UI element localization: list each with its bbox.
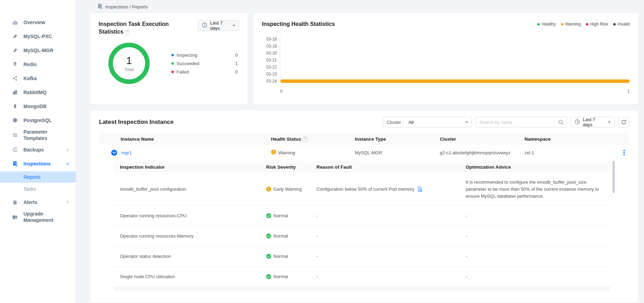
sidebar-item-overview[interactable]: Overview	[0, 15, 76, 29]
advice-cell: -	[466, 233, 610, 240]
next-section-strip	[114, 287, 610, 290]
top-cards-row: Inspection Task Execution Statistics? La…	[90, 13, 638, 104]
sidebar-item-label: Backups	[23, 147, 44, 153]
sidebar-item-parameter-templates[interactable]: Parameter Templates	[0, 127, 76, 143]
reason-text: -	[316, 254, 318, 259]
indicator-cell: innodb_buffer_pool configuration	[114, 186, 266, 192]
scrollbar-thumb[interactable]	[613, 161, 615, 193]
sidebar-item-label: RabbitMQ	[23, 89, 46, 96]
legend-item-invalid[interactable]: Invalid	[613, 22, 630, 27]
legend-dot-icon	[586, 23, 588, 26]
sidebar-item-upgrade-management[interactable]: Upgrade Management	[0, 209, 76, 225]
cluster-value: g2-c1-abcdefghijklmnopqrstuvwxyz	[440, 150, 524, 155]
backup-arrow-icon	[12, 147, 18, 153]
sidebar-item-reports[interactable]: Reports	[0, 171, 76, 183]
sidebar-item-rabbitmq[interactable]: RabbitMQ	[0, 85, 76, 99]
breadcrumb[interactable]: Inspections / Reports	[90, 0, 638, 13]
help-icon[interactable]: ?	[125, 30, 130, 35]
col-reason-of-fault: Reason of Fault	[316, 164, 466, 170]
node-graph-icon	[12, 76, 18, 82]
col-optimization-advice: Optimization Advice	[466, 164, 610, 170]
instance-row[interactable]: mgr1 Warning MySQL-MGR g2-c1-abcdefghijk…	[99, 145, 629, 160]
y-axis-label: 03-22	[262, 64, 280, 71]
row-actions-menu[interactable]	[619, 150, 629, 155]
col-instance-type: Instance Type	[355, 136, 440, 142]
sidebar-item-label: Overview	[23, 19, 45, 26]
col-risk-severity: Risk Severity	[266, 164, 316, 170]
dolphin-icon	[12, 48, 18, 54]
sidebar-item-backups[interactable]: Backups	[0, 143, 76, 157]
severity-cell: Normal	[266, 254, 316, 259]
sidebar-item-kafka[interactable]: Kafka	[0, 71, 76, 85]
sidebar-item-mongodb[interactable]: MongoDB	[0, 99, 76, 113]
severity-text: Normal	[273, 233, 288, 239]
instance-name-link[interactable]: mgr1	[121, 150, 132, 155]
refresh-button[interactable]	[618, 117, 629, 127]
detail-row-innodb-buffer-pool-configuration: innodb_buffer_pool configurationEarly Wa…	[114, 173, 610, 206]
warning-circle-icon	[266, 186, 271, 192]
search-box	[475, 117, 567, 127]
dolphin-icon	[12, 34, 18, 40]
legend-item-high-risk[interactable]: High Risk	[586, 22, 608, 27]
sidebar-item-alerts[interactable]: Alerts	[0, 195, 76, 209]
legend-item-succeeded[interactable]: Succeeded1	[171, 61, 238, 66]
sidebar-item-label: Kafka	[23, 75, 37, 82]
breadcrumb-text: Inspections / Reports	[105, 4, 148, 9]
caret-down-icon	[232, 25, 235, 27]
legend-label: Succeeded	[177, 61, 199, 66]
help-icon[interactable]: ?	[302, 136, 308, 142]
task-legend: Inspecting0Succeeded1Failed0	[171, 52, 238, 75]
time-range-value: Last 7 days	[583, 117, 605, 127]
time-range-select[interactable]: Last 7 days	[571, 117, 615, 127]
legend-dot-icon	[171, 71, 174, 73]
legend-item-warning[interactable]: Warning	[561, 22, 581, 27]
warning-circle-icon	[271, 149, 276, 156]
instance-type-value: MySQL-MGR	[355, 150, 440, 155]
cluster-select-label: Cluster :	[387, 120, 403, 125]
legend-item-failed[interactable]: Failed0	[171, 69, 238, 75]
sidebar-item-postgresql[interactable]: PostgreSQL	[0, 113, 76, 127]
legend-item-inspecting[interactable]: Inspecting0	[171, 52, 238, 58]
layers-icon	[12, 62, 18, 68]
sidebar-item-tasks[interactable]: Tasks	[0, 183, 76, 195]
y-axis-label: 03-21	[262, 57, 280, 64]
page: OverviewMySQL-PXCMySQL-MGRRedisKafkaRabb…	[0, 0, 644, 303]
sidebar-item-inspections[interactable]: Inspections	[0, 157, 76, 171]
sidebar: OverviewMySQL-PXCMySQL-MGRRedisKafkaRabb…	[0, 0, 76, 303]
indicator-cell: Operator running resources-CPU	[114, 213, 266, 218]
chevron-down-icon	[65, 162, 70, 166]
cluster-select[interactable]: Cluster :All	[383, 117, 472, 127]
sidebar-item-mysql-pxc[interactable]: MySQL-PXC	[0, 29, 76, 43]
search-icon[interactable]	[555, 119, 567, 125]
col-health-status: Health Status?	[271, 136, 355, 142]
detail-scrollbar[interactable]	[613, 138, 615, 267]
folder-gear-icon	[12, 214, 18, 220]
main-content: Inspections / Reports Inspection Task Ex…	[76, 0, 644, 303]
latest-inspection-card: Latest Inspection Instance Cluster :All …	[90, 111, 638, 302]
search-input[interactable]	[476, 120, 554, 125]
inspection-detail-panel: Inspection Indicator Risk Severity Reaso…	[114, 161, 610, 290]
reason-text: -	[316, 233, 318, 239]
time-range-select[interactable]: Last 7 days	[198, 20, 239, 31]
view-report-doc-icon[interactable]	[417, 186, 423, 192]
collapse-row-icon[interactable]	[111, 150, 117, 156]
instance-table-header: Instance Name Health Status? Instance Ty…	[99, 133, 629, 145]
check-circle-icon	[266, 274, 271, 279]
clock-icon	[574, 119, 580, 126]
severity-cell: Early Warning	[266, 186, 316, 192]
chart-lane-03-20	[280, 50, 630, 57]
check-circle-icon	[266, 254, 271, 259]
indicator-cell: Single node CPU utilization	[114, 274, 266, 279]
rabbitmq-icon	[12, 90, 18, 96]
legend-item-healthy[interactable]: Healthy	[537, 22, 556, 27]
sidebar-item-mysql-mgr[interactable]: MySQL-MGR	[0, 43, 76, 57]
col-inspection-indicator: Inspection Indicator	[114, 164, 266, 170]
sidebar-item-label: Redis	[23, 61, 37, 68]
legend-dot-icon	[171, 62, 174, 65]
sidebar-item-label: Parameter Templates	[23, 129, 70, 141]
sidebar-item-redis[interactable]: Redis	[0, 57, 76, 71]
severity-cell: Normal	[266, 213, 316, 218]
indicator-cell: Operator running resources-Memory	[114, 233, 266, 239]
namespace-value: zxl-1	[524, 150, 619, 155]
severity-text: Normal	[273, 213, 288, 218]
